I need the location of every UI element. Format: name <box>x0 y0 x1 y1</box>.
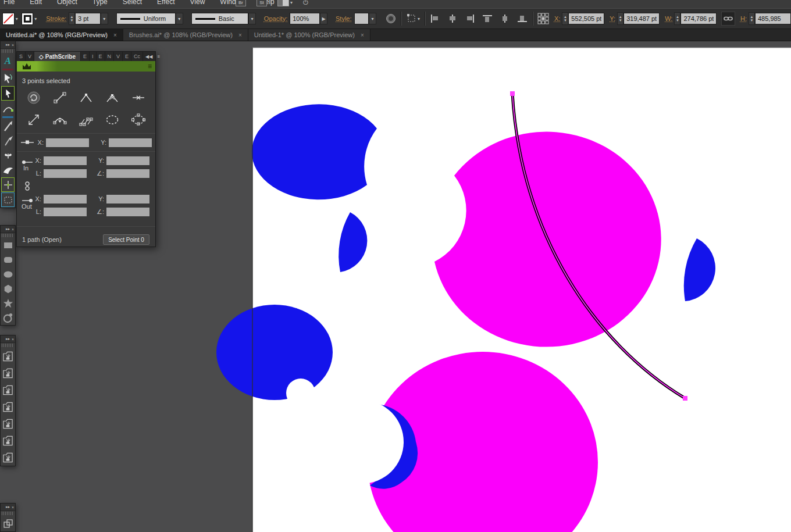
drag-grip[interactable] <box>2 512 14 515</box>
ellipse-tool[interactable] <box>1 267 15 281</box>
duplicate-tool[interactable] <box>1 516 15 532</box>
select-point-button[interactable]: Select Point 0 <box>103 234 149 245</box>
notch-bottom[interactable] <box>286 379 315 408</box>
h-label[interactable]: H: <box>740 15 747 22</box>
in-angle-input[interactable] <box>106 169 149 178</box>
drag-grip[interactable] <box>2 234 14 237</box>
rotate-disabled-button[interactable] <box>23 89 45 106</box>
banner-menu-icon[interactable]: ≡ <box>148 62 152 70</box>
symbol-action-6[interactable] <box>1 432 15 449</box>
out-y-input[interactable] <box>106 195 149 203</box>
blue-notched-ellipse[interactable] <box>216 305 333 400</box>
opacity-input[interactable] <box>290 13 320 24</box>
out-l-input[interactable] <box>44 208 87 216</box>
collapse-icon[interactable]: ▸▸ <box>6 42 10 47</box>
panel-tab-stub[interactable]: I <box>90 52 97 61</box>
x-input[interactable] <box>568 13 604 24</box>
menu-select[interactable]: Select <box>115 0 149 6</box>
workspace-switcher[interactable]: ▾ <box>277 0 293 6</box>
align-top-icon[interactable] <box>482 14 493 23</box>
panel-tab-stub[interactable]: Cc <box>131 52 143 61</box>
h-stepper[interactable]: ▲▼ <box>749 12 755 25</box>
link-handles-icon[interactable] <box>24 181 31 191</box>
multi-segment-button[interactable] <box>75 111 97 128</box>
rounded-rectangle-tool[interactable] <box>1 252 15 267</box>
reference-point-icon[interactable] <box>537 13 549 24</box>
pen-knife-tool[interactable] <box>1 119 15 133</box>
close-icon[interactable]: × <box>12 227 14 231</box>
doc-tab-untitled-1[interactable]: Untitled-1* @ 100% (RGB/Preview) × <box>248 29 370 41</box>
close-icon[interactable]: × <box>12 337 14 341</box>
share-power-icon[interactable]: ⏻ <box>303 0 308 6</box>
smooth-curve-button[interactable] <box>49 111 71 128</box>
rectangle-tool[interactable] <box>1 238 15 252</box>
x-label[interactable]: X: <box>554 15 560 22</box>
transform-dropdown-icon[interactable]: ▾ <box>418 16 420 22</box>
symbol-action-3[interactable] <box>1 381 15 398</box>
collapse-icon[interactable]: ▸▸ <box>6 337 10 341</box>
bite-white[interactable] <box>320 400 404 484</box>
style-label[interactable]: Style: <box>336 15 352 22</box>
menu-object[interactable]: Object <box>49 0 85 6</box>
anchor-x-input[interactable] <box>46 138 89 147</box>
align-left-icon[interactable] <box>430 14 440 23</box>
brush-select[interactable]: Basic <box>191 13 248 24</box>
cut-path-button[interactable] <box>101 89 123 106</box>
menu-type[interactable]: Type <box>85 0 115 6</box>
menu-file[interactable]: File <box>0 0 22 6</box>
style-swatch[interactable] <box>354 13 369 24</box>
symbol-action-1[interactable] <box>1 348 15 365</box>
panel-header[interactable]: ▸▸ × <box>1 41 15 49</box>
close-path-button[interactable] <box>101 111 123 128</box>
bird-tool[interactable] <box>1 162 15 177</box>
symbol-action-2[interactable] <box>1 365 15 381</box>
marquee-tool[interactable] <box>1 192 15 207</box>
stroke-width-input[interactable] <box>75 13 101 24</box>
width-profile-select[interactable]: Uniform <box>116 13 176 24</box>
close-icon[interactable]: × <box>12 43 14 47</box>
drag-grip[interactable] <box>2 344 14 347</box>
select-path-points-button[interactable] <box>127 111 149 128</box>
close-icon[interactable]: × <box>12 505 14 509</box>
panel-tab-stub[interactable]: V <box>114 52 123 61</box>
collapse-panel-icon[interactable]: ◀◀ <box>143 52 155 61</box>
remove-point-button[interactable] <box>127 89 149 106</box>
align-right-icon[interactable] <box>465 14 475 23</box>
move-position-tool[interactable] <box>1 177 15 192</box>
menu-effect[interactable]: Effect <box>149 0 182 6</box>
panel-tab-stub[interactable]: E <box>97 52 105 61</box>
w-stepper[interactable]: ▲▼ <box>674 12 680 25</box>
panel-tab-stub[interactable]: S <box>17 52 26 61</box>
out-x-input[interactable] <box>44 195 87 203</box>
panel-header[interactable]: ▸▸ × <box>1 504 15 511</box>
stepper-down-icon[interactable]: ▼ <box>70 19 74 22</box>
corner-point-button[interactable] <box>75 89 97 106</box>
symbol-action-7[interactable] <box>1 449 15 466</box>
panel-tab-stub[interactable]: E <box>81 52 90 61</box>
y-input[interactable] <box>623 13 660 24</box>
panel-tab-stub[interactable]: N <box>105 52 115 61</box>
notch-top[interactable] <box>321 305 339 323</box>
close-icon[interactable]: × <box>238 32 242 38</box>
anchor-top[interactable] <box>510 91 515 96</box>
align-center-h-icon[interactable] <box>447 14 458 23</box>
polygon-tool[interactable] <box>1 281 15 296</box>
fill-dropdown-icon[interactable]: ▾ <box>16 16 18 22</box>
stroke-width-dropdown-icon[interactable]: ▾ <box>101 13 108 24</box>
anchor-bottom[interactable] <box>683 396 687 401</box>
w-input[interactable] <box>680 13 717 24</box>
transform-icon[interactable] <box>406 13 418 24</box>
in-y-input[interactable] <box>106 156 149 165</box>
add-segment-button[interactable] <box>49 89 71 106</box>
tab-pathscribe[interactable]: ◇ PathScribe <box>34 52 81 61</box>
y-label[interactable]: Y: <box>610 15 615 22</box>
panel-header[interactable]: ▸▸ × <box>1 226 15 233</box>
close-icon[interactable]: × <box>361 32 364 38</box>
curvature-tool[interactable] <box>1 101 15 116</box>
stroke-dropdown-icon[interactable]: ▾ <box>34 16 37 22</box>
orbit-tool[interactable] <box>1 310 15 325</box>
stroke-stepper[interactable]: ▲ ▼ <box>69 12 75 25</box>
profile-dropdown-icon[interactable]: ▾ <box>176 13 183 24</box>
stroke-label[interactable]: Stroke: <box>46 15 66 22</box>
type-tool[interactable]: A <box>1 53 15 68</box>
